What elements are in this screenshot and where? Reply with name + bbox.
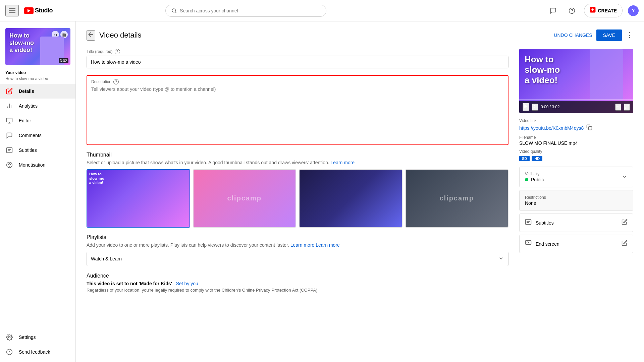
- settings-icon: [5, 333, 13, 341]
- search-input[interactable]: [180, 8, 321, 13]
- svg-point-0: [172, 9, 176, 12]
- thumbnail-option-1[interactable]: How toslow-moa video!: [87, 169, 190, 228]
- sidebar-item-analytics[interactable]: Analytics: [0, 99, 75, 113]
- thumbnail-option-3[interactable]: [299, 169, 402, 228]
- form-section: Title (required) ? Description ? Thumbna…: [87, 49, 508, 293]
- hamburger-menu[interactable]: [5, 5, 19, 16]
- playlists-learn-more-link[interactable]: Learn more: [316, 242, 340, 248]
- thumbnail-learn-more[interactable]: Learn more: [331, 160, 355, 165]
- svg-rect-27: [589, 127, 592, 130]
- description-input[interactable]: [91, 86, 504, 140]
- quality-label: Video quality: [519, 149, 633, 154]
- sidebar-item-comments[interactable]: Comments: [0, 128, 75, 143]
- visibility-content: Visibility Public: [525, 172, 544, 182]
- sidebar-item-details[interactable]: Details: [0, 84, 75, 99]
- audience-badge: This video is set to not 'Made for Kids': [87, 281, 172, 286]
- video-link-url[interactable]: https://youtu.be/K0xmbM4oys8: [519, 125, 584, 131]
- feedback-label: Send feedback: [19, 349, 50, 355]
- thumbnail-option-4[interactable]: clipcamp: [405, 169, 509, 228]
- fullscreen-button[interactable]: [624, 104, 630, 111]
- thumb1-inner: How toslow-moa video!: [87, 170, 190, 227]
- thumbnail-section: Thumbnail Select or upload a picture tha…: [87, 152, 508, 228]
- more-options-button[interactable]: ⋮: [626, 31, 633, 40]
- sidebar-item-settings[interactable]: Settings: [0, 330, 75, 345]
- volume-button[interactable]: [532, 104, 538, 111]
- subtitles-icon: [5, 146, 13, 154]
- sidebar-item-feedback[interactable]: Send feedback: [0, 345, 75, 359]
- svg-rect-32: [527, 242, 529, 243]
- top-navigation: Studio CREATE Y: [0, 0, 644, 21]
- search-bar[interactable]: [165, 5, 326, 17]
- right-panel: How toslow-moa video!: [519, 49, 633, 293]
- svg-rect-28: [526, 220, 531, 225]
- subtitles-card-icon: [525, 219, 532, 227]
- badge-hd: HD: [532, 156, 542, 161]
- playlists-section: Playlists Add your video to one or more …: [87, 234, 508, 266]
- visibility-header[interactable]: Visibility Public: [520, 167, 633, 187]
- help-icon: [569, 7, 575, 14]
- playlist-chevron-icon: [498, 255, 504, 262]
- title-field-group: Title (required) ?: [87, 49, 508, 68]
- end-screen-icon: [525, 240, 532, 248]
- settings-button[interactable]: [615, 104, 621, 111]
- content-grid: Title (required) ? Description ? Thumbna…: [87, 49, 633, 293]
- playlists-title: Playlists: [87, 234, 508, 240]
- svg-line-1: [175, 12, 176, 13]
- subtitles-card[interactable]: Subtitles: [519, 214, 633, 232]
- video-link-row: https://youtu.be/K0xmbM4oys8: [519, 124, 633, 132]
- comments-icon: [5, 131, 13, 139]
- undo-changes-button[interactable]: UNDO CHANGES: [554, 33, 592, 38]
- sidebar-item-subtitles[interactable]: Subtitles: [0, 143, 75, 158]
- restrictions-content: Restrictions None: [525, 195, 546, 206]
- visibility-card[interactable]: Visibility Public: [519, 167, 633, 187]
- monetisation-label: Monetisation: [19, 162, 45, 168]
- restrictions-card: Restrictions None: [519, 190, 633, 211]
- play-button[interactable]: [523, 103, 529, 111]
- subtitles-label: Subtitles: [19, 147, 37, 153]
- your-video-label: Your video: [0, 69, 75, 76]
- sidebar-item-editor[interactable]: Editor: [0, 113, 75, 128]
- save-button[interactable]: SAVE: [596, 29, 622, 41]
- title-help-icon[interactable]: ?: [115, 49, 120, 54]
- create-label: CREATE: [598, 8, 617, 13]
- subtitles-left: Subtitles: [525, 219, 554, 227]
- description-wrapper[interactable]: Description ?: [87, 75, 508, 145]
- restrictions-value: None: [525, 200, 546, 206]
- svg-marker-23: [533, 105, 535, 108]
- set-by-link[interactable]: Set by you: [176, 281, 198, 286]
- copy-link-button[interactable]: [586, 124, 592, 132]
- create-button[interactable]: CREATE: [584, 4, 623, 17]
- sidebar-item-monetisation[interactable]: Monetisation: [0, 158, 75, 172]
- user-avatar[interactable]: Y: [628, 5, 639, 16]
- help-button[interactable]: [565, 4, 579, 17]
- preview-person: [590, 49, 623, 100]
- description-help-icon[interactable]: ?: [113, 79, 119, 84]
- details-icon: [5, 87, 13, 95]
- title-input[interactable]: [87, 56, 508, 68]
- svg-line-26: [625, 107, 627, 108]
- end-screen-label: End screen: [536, 241, 559, 247]
- filename-value: SLOW MO FINAL USE.mp4: [519, 140, 633, 146]
- editor-label: Editor: [19, 118, 31, 123]
- description-field-group: Description ?: [87, 75, 508, 145]
- svg-point-17: [9, 337, 10, 338]
- back-nav: Video details: [87, 30, 142, 41]
- messages-button[interactable]: [546, 4, 560, 17]
- thumb1-text: How toslow-moa video!: [89, 172, 104, 185]
- end-screen-card[interactable]: End screen: [519, 235, 633, 253]
- visibility-chevron-icon: [622, 174, 628, 181]
- thumbnail-desc: Select or upload a picture that shows wh…: [87, 160, 508, 165]
- video-controls: 0:00 / 3:02: [519, 101, 633, 113]
- thumbnail-option-2[interactable]: clipcamp: [193, 169, 297, 228]
- editor-icon: [5, 117, 13, 125]
- playlists-learn-more[interactable]: Learn more: [290, 242, 315, 248]
- audience-section: Audience This video is set to not 'Made …: [87, 273, 508, 293]
- description-label: Description ?: [91, 79, 504, 84]
- playlist-dropdown[interactable]: Watch & Learn: [87, 252, 508, 266]
- video-link-label: Video link: [519, 118, 633, 123]
- audience-title: Audience: [87, 273, 508, 279]
- back-button[interactable]: [87, 30, 95, 41]
- thumb4-inner: clipcamp: [406, 170, 508, 227]
- end-screen-edit-button[interactable]: [622, 240, 628, 248]
- subtitles-edit-button[interactable]: [622, 219, 628, 227]
